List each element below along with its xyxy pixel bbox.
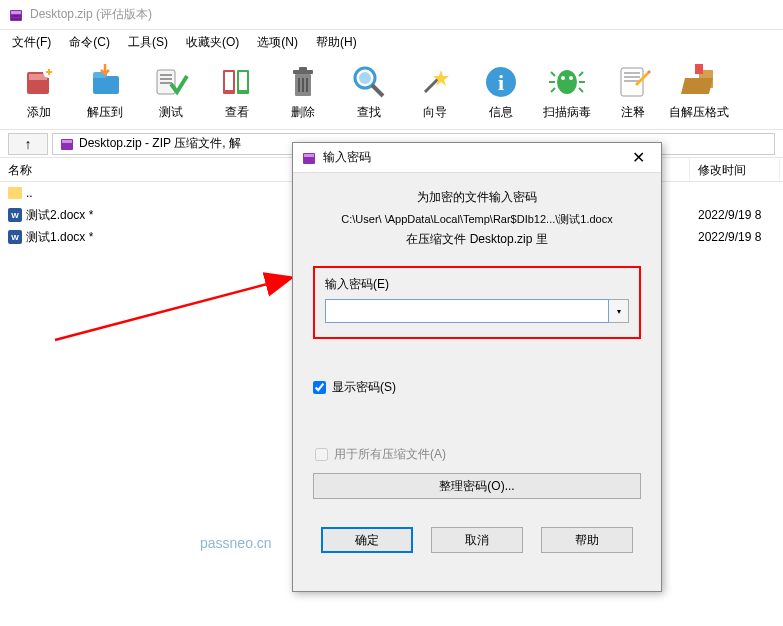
window-titlebar: Desktop.zip (评估版本)	[0, 0, 783, 30]
show-password-row[interactable]: 显示密码(S)	[313, 379, 641, 396]
up-button[interactable]: ↑	[8, 133, 48, 155]
toolbar: 添加 解压到 测试 查看 删除 查找 向导 i 信息 扫描病毒 注释 自解压格式	[0, 54, 783, 130]
all-files-label: 用于所有压缩文件(A)	[334, 446, 446, 463]
organize-passwords-button[interactable]: 整理密码(O)...	[313, 473, 641, 499]
password-input-group: 输入密码(E) ▾	[313, 266, 641, 339]
show-password-checkbox[interactable]	[313, 381, 326, 394]
view-button[interactable]: 查看	[206, 58, 268, 126]
info-icon: i	[481, 62, 521, 102]
scan-button[interactable]: 扫描病毒	[536, 58, 598, 126]
password-dialog: 输入密码 ✕ 为加密的文件输入密码 C:\User\ \AppData\Loca…	[292, 142, 662, 592]
help-button[interactable]: 帮助	[541, 527, 633, 553]
svg-rect-2	[11, 15, 21, 17]
wizard-button[interactable]: 向导	[404, 58, 466, 126]
column-date[interactable]: 修改时间	[690, 158, 780, 181]
watermark: passneo.cn	[200, 535, 272, 551]
menu-options[interactable]: 选项(N)	[249, 32, 306, 53]
svg-text:i: i	[498, 70, 504, 95]
menu-favorites[interactable]: 收藏夹(O)	[178, 32, 247, 53]
add-icon	[19, 62, 59, 102]
archive-icon	[59, 136, 75, 152]
svg-rect-15	[225, 72, 233, 90]
cancel-button[interactable]: 取消	[431, 527, 523, 553]
svg-rect-21	[302, 78, 304, 92]
svg-point-27	[557, 70, 577, 94]
dialog-subtext: 在压缩文件 Desktop.zip 里	[313, 231, 641, 248]
svg-rect-19	[299, 67, 307, 71]
svg-rect-11	[160, 78, 172, 80]
svg-rect-32	[624, 76, 640, 78]
scan-icon	[547, 62, 587, 102]
svg-rect-34	[695, 64, 703, 74]
svg-rect-10	[160, 74, 172, 76]
comment-button[interactable]: 注释	[602, 58, 664, 126]
view-icon	[217, 62, 257, 102]
password-dropdown-button[interactable]: ▾	[609, 299, 629, 323]
wizard-icon	[415, 62, 455, 102]
dialog-heading: 为加密的文件输入密码	[313, 189, 641, 206]
find-icon	[349, 62, 389, 102]
svg-line-37	[55, 278, 290, 340]
ok-button[interactable]: 确定	[321, 527, 413, 553]
dialog-title-text: 输入密码	[323, 149, 371, 166]
winrar-icon	[8, 7, 24, 23]
dialog-titlebar: 输入密码 ✕	[293, 143, 661, 173]
sfx-button[interactable]: 自解压格式	[668, 58, 730, 126]
svg-rect-31	[624, 72, 640, 74]
folder-icon	[8, 187, 22, 199]
test-button[interactable]: 测试	[140, 58, 202, 126]
dialog-buttons: 确定 取消 帮助	[313, 527, 641, 553]
delete-icon	[283, 62, 323, 102]
menu-help[interactable]: 帮助(H)	[308, 32, 365, 53]
word-icon: W	[8, 230, 22, 244]
svg-point-28	[561, 76, 565, 80]
close-button[interactable]: ✕	[623, 144, 653, 172]
comment-icon	[613, 62, 653, 102]
svg-point-24	[359, 72, 371, 84]
word-icon: W	[8, 208, 22, 222]
svg-rect-20	[298, 78, 300, 92]
annotation-arrow	[50, 230, 310, 350]
menubar: 文件(F) 命令(C) 工具(S) 收藏夹(O) 选项(N) 帮助(H)	[0, 30, 783, 54]
extract-button[interactable]: 解压到	[74, 58, 136, 126]
add-button[interactable]: 添加	[8, 58, 70, 126]
svg-point-29	[569, 76, 573, 80]
svg-rect-36	[62, 140, 72, 143]
show-password-label: 显示密码(S)	[332, 379, 396, 396]
find-button[interactable]: 查找	[338, 58, 400, 126]
svg-rect-16	[239, 72, 247, 90]
password-label: 输入密码(E)	[325, 276, 629, 293]
info-button[interactable]: i 信息	[470, 58, 532, 126]
all-files-checkbox[interactable]	[315, 448, 328, 461]
svg-rect-12	[160, 82, 172, 84]
svg-rect-39	[304, 154, 314, 157]
svg-rect-1	[11, 11, 21, 14]
menu-file[interactable]: 文件(F)	[4, 32, 59, 53]
winrar-icon	[301, 150, 317, 166]
path-text: Desktop.zip - ZIP 压缩文件, 解	[79, 135, 241, 152]
svg-rect-7	[93, 76, 119, 94]
extract-icon	[85, 62, 125, 102]
password-input[interactable]	[325, 299, 609, 323]
window-title: Desktop.zip (评估版本)	[30, 6, 152, 23]
test-icon	[151, 62, 191, 102]
menu-command[interactable]: 命令(C)	[61, 32, 118, 53]
all-files-row[interactable]: 用于所有压缩文件(A)	[313, 446, 641, 463]
dialog-path: C:\User\ \AppData\Local\Temp\Rar$DIb12..…	[313, 212, 641, 227]
delete-button[interactable]: 删除	[272, 58, 334, 126]
menu-tools[interactable]: 工具(S)	[120, 32, 176, 53]
svg-rect-3	[11, 18, 21, 20]
sfx-icon	[679, 62, 719, 102]
svg-rect-22	[306, 78, 308, 92]
